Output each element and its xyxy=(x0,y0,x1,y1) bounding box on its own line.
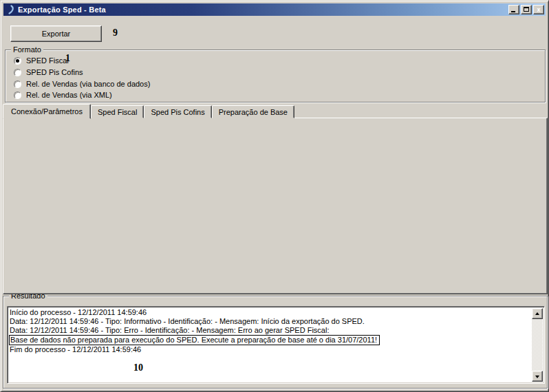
annotation-9: 9 xyxy=(113,28,118,39)
radio-sped-fiscal[interactable]: SPED Fiscal xyxy=(14,56,69,65)
close-button[interactable]: x xyxy=(533,5,544,14)
result-line[interactable]: Data: 12/12/2011 14:59:46 - Tipo: Erro -… xyxy=(9,326,532,335)
radio-icon xyxy=(14,69,21,76)
tab-conexao-parametros[interactable]: Conexão/Parâmetros xyxy=(3,104,91,119)
radio-rel-vendas-xml[interactable]: Rel. de Vendas (via XML) xyxy=(14,90,112,100)
app-window: Exportação Sped - Beta x Exportar Format… xyxy=(0,0,549,392)
formato-group: Formato SPED Fiscal SPED Pis Cofins Rel.… xyxy=(5,50,546,102)
tabstrip: Conexão/Parâmetros Sped Fiscal Sped Pis … xyxy=(3,103,294,118)
titlebar[interactable]: Exportação Sped - Beta x xyxy=(3,3,546,16)
tabpage-conexao-parametros xyxy=(3,118,548,294)
tab-preparacao-de-base[interactable]: Preparação de Base xyxy=(212,105,294,118)
export-button[interactable]: Exportar xyxy=(10,25,102,42)
maximize-button[interactable] xyxy=(521,5,532,14)
radio-label: Rel. de Vendas (via banco de dados) xyxy=(26,80,150,88)
resultado-group: Resultado Início do processo - 12/12/201… xyxy=(3,296,548,389)
radio-sped-pis-cofins[interactable]: SPED Pis Cofins xyxy=(14,67,83,77)
result-line-highlighted[interactable]: Base de dados não preparada para execuçã… xyxy=(9,335,380,345)
radio-rel-vendas-banco[interactable]: Rel. de Vendas (via banco de dados) xyxy=(14,79,150,89)
radio-label: Rel. de Vendas (via XML) xyxy=(26,91,112,99)
tab-sped-fiscal[interactable]: Sped Fiscal xyxy=(91,105,144,118)
scroll-up-icon[interactable] xyxy=(532,308,543,319)
window-title: Exportação Sped - Beta xyxy=(18,6,508,14)
radio-icon xyxy=(14,57,21,65)
app-icon xyxy=(6,5,15,14)
formato-legend: Formato xyxy=(11,45,43,54)
radio-label: SPED Pis Cofins xyxy=(26,68,83,76)
result-line[interactable]: Fim do processo - 12/12/2011 14:59:46 xyxy=(9,345,532,354)
radio-label: SPED Fiscal xyxy=(26,56,69,65)
minimize-icon xyxy=(511,11,515,12)
radio-icon xyxy=(14,91,21,99)
radio-icon xyxy=(14,80,21,88)
minimize-button[interactable] xyxy=(508,5,519,14)
vertical-scrollbar[interactable] xyxy=(532,308,543,382)
scroll-down-icon[interactable] xyxy=(532,371,543,382)
result-line[interactable]: Data: 12/12/2011 14:59:46 - Tipo: Inform… xyxy=(9,317,532,326)
result-line[interactable]: Início do processo - 12/12/2011 14:59:46 xyxy=(9,308,532,317)
result-lines: Início do processo - 12/12/2011 14:59:46… xyxy=(9,308,532,354)
close-icon: x xyxy=(534,6,543,14)
tab-sped-pis-cofins[interactable]: Sped Pis Cofins xyxy=(144,105,211,118)
result-listbox[interactable]: Início do processo - 12/12/2011 14:59:46… xyxy=(7,306,545,384)
maximize-icon xyxy=(524,7,529,12)
